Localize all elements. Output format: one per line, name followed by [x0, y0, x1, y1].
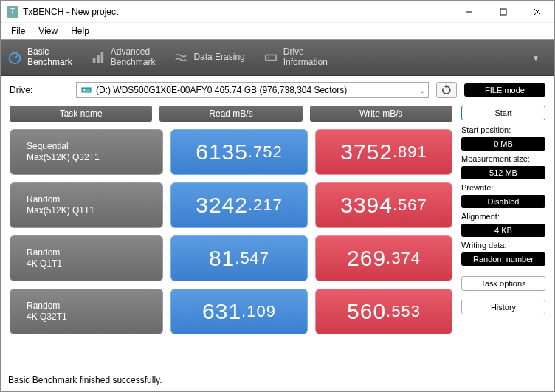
svg-rect-11 — [82, 88, 91, 92]
tab-label: Basic — [27, 47, 49, 57]
window-title: TxBENCH - New project — [23, 7, 452, 17]
app-icon: T — [7, 6, 18, 18]
write-value-cell: 269.374 — [315, 235, 452, 281]
read-int: 81 — [209, 246, 235, 271]
task-line1: Random — [27, 247, 162, 258]
header-write: Write mB/s — [310, 106, 452, 122]
minimize-button[interactable] — [452, 1, 486, 23]
write-int: 3752 — [340, 140, 393, 165]
tab-label: Benchmark — [111, 57, 156, 67]
write-dec: .891 — [393, 142, 427, 162]
read-int: 6135 — [196, 140, 248, 165]
tab-label: Benchmark — [27, 57, 72, 67]
menubar: File View Help — [1, 23, 554, 39]
start-button[interactable]: Start — [461, 106, 545, 120]
write-dec: .374 — [386, 249, 421, 268]
svg-rect-9 — [266, 55, 276, 60]
write-int: 560 — [347, 299, 386, 324]
svg-point-10 — [267, 57, 269, 58]
read-dec: .109 — [241, 302, 276, 321]
task-line1: Random — [27, 300, 162, 312]
header-read: Read mB/s — [159, 106, 302, 122]
read-value-cell: 631.109 — [170, 289, 308, 334]
menu-file[interactable]: File — [5, 24, 31, 38]
sidebar: Start Start position: 0 MB Measurement s… — [461, 106, 545, 371]
prewrite-label: Prewrite: — [461, 182, 545, 192]
svg-rect-6 — [93, 58, 96, 63]
tab-label: Data Erasing — [193, 52, 244, 63]
task-line2: Max(512K) Q32T1 — [27, 152, 162, 163]
tab-drive-information[interactable]: DriveInformation — [264, 47, 328, 68]
write-value-cell: 3394.567 — [315, 182, 452, 228]
writing-data-label: Writing data: — [461, 240, 545, 250]
gauge-icon — [8, 51, 21, 64]
refresh-icon — [441, 85, 452, 95]
alignment-value[interactable]: 4 KB — [461, 224, 545, 237]
task-line1: Sequential — [27, 141, 162, 152]
drive-selected-text: (D:) WDS500G1X0E-00AFY0 465.74 GB (976,7… — [96, 85, 424, 95]
task-line2: Max(512K) Q1T1 — [27, 205, 162, 216]
start-position-label: Start position: — [461, 125, 545, 134]
start-position-value[interactable]: 0 MB — [461, 137, 545, 151]
menu-view[interactable]: View — [32, 24, 63, 38]
measurement-size-label: Measurement size: — [461, 154, 545, 163]
measurement-size-value[interactable]: 512 MB — [461, 166, 545, 179]
read-dec: .752 — [248, 142, 283, 162]
chevron-down-icon[interactable]: ▼ — [532, 54, 547, 62]
task-name-cell: Random4K Q1T1 — [10, 235, 163, 281]
tab-data-erasing[interactable]: Data Erasing — [174, 51, 244, 64]
write-value-cell: 560.553 — [315, 289, 452, 334]
result-row: RandomMax(512K) Q1T13242.2173394.567 — [10, 182, 452, 228]
file-mode-button[interactable]: FILE mode — [464, 83, 545, 97]
svg-point-12 — [83, 89, 85, 91]
chevron-down-icon: ⌄ — [419, 86, 425, 94]
toolbar: BasicBenchmark AdvancedBenchmark Data Er… — [1, 39, 554, 76]
task-name-cell: RandomMax(512K) Q1T1 — [10, 182, 163, 228]
result-row: SequentialMax(512K) Q32T16135.7523752.89… — [10, 129, 452, 175]
task-line2: 4K Q32T1 — [27, 312, 162, 323]
read-value-cell: 3242.217 — [170, 182, 308, 228]
maximize-button[interactable] — [486, 1, 520, 23]
write-value-cell: 3752.891 — [315, 129, 452, 175]
menu-help[interactable]: Help — [65, 24, 95, 38]
write-dec: .567 — [393, 196, 427, 215]
drive-icon — [264, 51, 278, 64]
svg-rect-7 — [97, 55, 100, 63]
tab-advanced-benchmark[interactable]: AdvancedBenchmark — [92, 47, 156, 68]
tab-label: Advanced — [111, 47, 150, 57]
read-dec: .547 — [235, 249, 269, 268]
task-options-button[interactable]: Task options — [461, 276, 545, 291]
task-line1: Random — [27, 194, 162, 205]
task-name-cell: SequentialMax(512K) Q32T1 — [10, 129, 163, 175]
status-text: Basic Benchmark finished successfully. — [1, 371, 554, 391]
tab-label: Drive — [283, 47, 304, 57]
alignment-label: Alignment: — [461, 211, 545, 221]
titlebar: T TxBENCH - New project — [1, 1, 554, 23]
tab-label: Information — [283, 57, 328, 67]
read-int: 3242 — [196, 193, 248, 218]
drive-label: Drive: — [10, 85, 69, 95]
results-table: Task name Read mB/s Write mB/s Sequentia… — [10, 106, 452, 371]
refresh-button[interactable] — [436, 82, 457, 98]
read-int: 631 — [202, 299, 241, 324]
prewrite-value[interactable]: Disabled — [461, 195, 545, 208]
writing-data-value[interactable]: Random number — [461, 252, 545, 266]
header-task: Task name — [10, 106, 152, 122]
drive-select[interactable]: (D:) WDS500G1X0E-00AFY0 465.74 GB (976,7… — [76, 82, 429, 98]
svg-line-5 — [15, 55, 18, 58]
write-int: 269 — [347, 246, 386, 271]
read-value-cell: 6135.752 — [170, 129, 308, 175]
bars-icon — [92, 51, 105, 64]
read-dec: .217 — [248, 196, 283, 215]
disk-icon — [81, 85, 92, 95]
svg-rect-8 — [100, 52, 103, 63]
svg-rect-1 — [500, 9, 506, 15]
tab-basic-benchmark[interactable]: BasicBenchmark — [8, 47, 72, 68]
erase-icon — [174, 51, 187, 64]
history-button[interactable]: History — [461, 300, 545, 314]
write-dec: .553 — [386, 302, 421, 321]
result-row: Random4K Q32T1631.109560.553 — [10, 289, 452, 334]
read-value-cell: 81.547 — [170, 235, 308, 281]
drive-row: Drive: (D:) WDS500G1X0E-00AFY0 465.74 GB… — [1, 76, 554, 103]
close-button[interactable] — [520, 1, 554, 23]
